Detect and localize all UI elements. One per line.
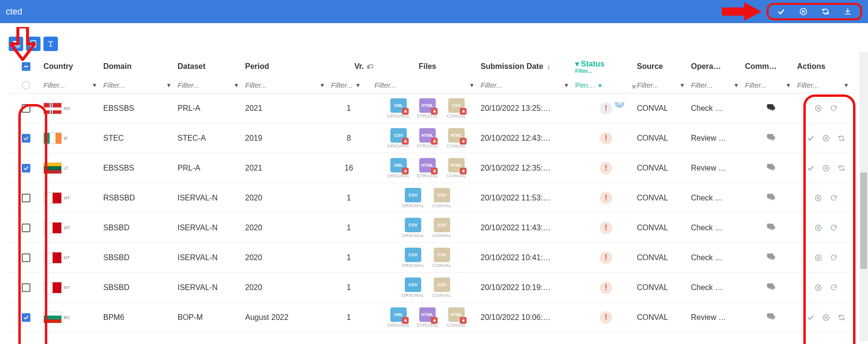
hdr-source[interactable]: Source — [637, 62, 691, 71]
hdr-country[interactable]: Country — [43, 62, 103, 71]
row-replay-icon[interactable] — [837, 164, 846, 172]
filter-country[interactable]: ▼ — [43, 80, 103, 90]
file-badge[interactable]: CSVORIGINAL — [400, 188, 426, 208]
text-mode-button[interactable] — [43, 37, 58, 51]
cell-status[interactable]: ! — [575, 162, 637, 174]
filter-vr[interactable]: ▼ — [331, 80, 367, 90]
filter-operation-input[interactable] — [691, 80, 740, 90]
cell-status[interactable]: ! — [575, 222, 637, 234]
filter-dataset-input[interactable] — [178, 80, 240, 90]
hdr-dataset[interactable]: Dataset — [178, 62, 245, 71]
bulk-approve-icon[interactable] — [776, 7, 786, 16]
filter-period-input[interactable] — [245, 80, 326, 90]
cell-comments[interactable] — [745, 132, 797, 144]
row-check-icon[interactable] — [806, 164, 815, 172]
row-checkbox-cell[interactable] — [9, 194, 43, 202]
hdr-comments[interactable]: Comm… — [745, 62, 797, 71]
filter-submission[interactable]: ▼ — [481, 80, 575, 90]
row-replay-icon[interactable] — [837, 134, 846, 143]
cell-comments[interactable] — [745, 222, 797, 234]
hdr-operation[interactable]: Opera… — [691, 62, 745, 71]
file-badge[interactable]: CSVCONVAL — [429, 218, 455, 238]
file-badge[interactable]: HTMLSTRUVAL — [414, 158, 441, 178]
row-checkbox-cell[interactable] — [9, 224, 43, 232]
row-cancel-icon[interactable] — [814, 194, 823, 202]
row-checkbox-cell[interactable] — [9, 253, 43, 262]
row-cancel-icon[interactable] — [814, 283, 823, 292]
hdr-files[interactable]: Files — [374, 62, 481, 71]
hdr-tag-icon[interactable]: 🏷 — [367, 62, 374, 71]
cell-comments[interactable] — [745, 192, 797, 204]
file-badge[interactable]: XMLORIGINAL — [386, 98, 412, 119]
filter-source[interactable]: ▼ — [637, 80, 691, 90]
row-checkbox[interactable] — [22, 194, 30, 202]
row-checkbox-cell[interactable] — [9, 313, 43, 322]
filter-submission-input[interactable] — [481, 80, 570, 90]
row-checkbox[interactable] — [22, 253, 30, 262]
row-cancel-icon[interactable] — [814, 224, 823, 232]
row-refresh-icon[interactable] — [829, 224, 838, 232]
scrollbar[interactable] — [859, 52, 868, 341]
file-badge[interactable]: HTMLSTRUVAL — [414, 307, 441, 328]
row-refresh-icon[interactable] — [829, 194, 838, 202]
filter-files[interactable]: ▼ — [374, 80, 481, 90]
cell-comments[interactable] — [745, 282, 797, 293]
row-check-icon[interactable] — [806, 134, 815, 143]
cell-comments[interactable] — [745, 162, 797, 174]
filter-status[interactable]: Pen… ▼ ✕ — [575, 81, 637, 89]
cell-status[interactable]: ! — [575, 132, 637, 145]
file-badge[interactable]: HTMLCONVAL — [443, 128, 469, 148]
row-checkbox[interactable] — [22, 104, 30, 113]
hdr-period[interactable]: Period — [245, 62, 331, 71]
bulk-download-icon[interactable] — [843, 7, 853, 16]
file-badge[interactable]: CSVORIGINAL — [400, 218, 426, 238]
file-badge[interactable]: CSVCONVAL — [429, 248, 455, 268]
row-refresh-icon[interactable] — [829, 253, 838, 262]
row-cancel-icon[interactable] — [822, 164, 830, 172]
row-refresh-icon[interactable] — [829, 283, 838, 292]
row-cancel-icon[interactable] — [814, 104, 823, 113]
row-replay-icon[interactable] — [837, 313, 846, 322]
filter-domain[interactable]: ▼ — [103, 80, 178, 90]
filter-operation[interactable]: ▼ — [691, 80, 745, 90]
clear-status-filter-icon[interactable]: ✕ — [631, 83, 637, 91]
cell-comments[interactable] — [745, 252, 797, 264]
file-badge[interactable]: CSVORIGINAL — [400, 278, 426, 298]
filter-actions[interactable]: ▼ — [797, 80, 855, 90]
cell-status[interactable]: ! — [575, 192, 637, 204]
row-check-icon[interactable] — [806, 313, 815, 322]
filter-source-input[interactable] — [637, 80, 686, 90]
file-badge[interactable]: HTMLCONVAL — [443, 307, 469, 328]
filter-comments[interactable]: ▼ — [745, 80, 797, 90]
file-badge[interactable]: CSVCONVAL — [429, 278, 455, 298]
row-checkbox-cell[interactable] — [9, 164, 43, 172]
hdr-actions[interactable]: Actions — [797, 62, 855, 71]
hdr-status[interactable]: ▾Status Filter... — [575, 59, 637, 74]
header-select-all[interactable] — [9, 62, 43, 71]
file-badge[interactable]: HTMLCONVAL — [443, 158, 469, 178]
filter-dataset[interactable]: ▼ — [178, 80, 245, 90]
scroll-thumb[interactable] — [860, 172, 867, 269]
cell-status[interactable]: JB! — [575, 102, 637, 115]
cell-comments[interactable] — [745, 312, 797, 323]
bulk-reject-icon[interactable] — [799, 7, 808, 16]
row-cancel-icon[interactable] — [814, 253, 823, 262]
row-cancel-icon[interactable] — [822, 313, 830, 322]
row-checkbox-cell[interactable] — [9, 134, 43, 143]
file-badge[interactable]: XMLORIGINAL — [386, 307, 412, 328]
hdr-domain[interactable]: Domain — [103, 62, 178, 71]
filter-period[interactable]: ▼ — [245, 80, 331, 90]
bulk-replay-icon[interactable] — [821, 7, 830, 16]
hdr-submission[interactable]: Submission Date ↓ — [481, 62, 575, 71]
row-checkbox[interactable] — [22, 313, 30, 322]
row-checkbox[interactable] — [22, 283, 30, 292]
file-badge[interactable]: CSVORIGINAL — [400, 248, 426, 268]
row-checkbox-cell[interactable] — [9, 104, 43, 113]
hdr-vr[interactable]: Vr. — [331, 62, 367, 71]
filter-actions-input[interactable] — [797, 80, 850, 90]
row-cancel-icon[interactable] — [822, 134, 830, 143]
filter-country-input[interactable] — [43, 80, 98, 90]
cell-status[interactable]: ! — [575, 281, 637, 294]
row-checkbox[interactable] — [22, 164, 30, 172]
file-badge[interactable]: XMLORIGINAL — [386, 158, 412, 178]
